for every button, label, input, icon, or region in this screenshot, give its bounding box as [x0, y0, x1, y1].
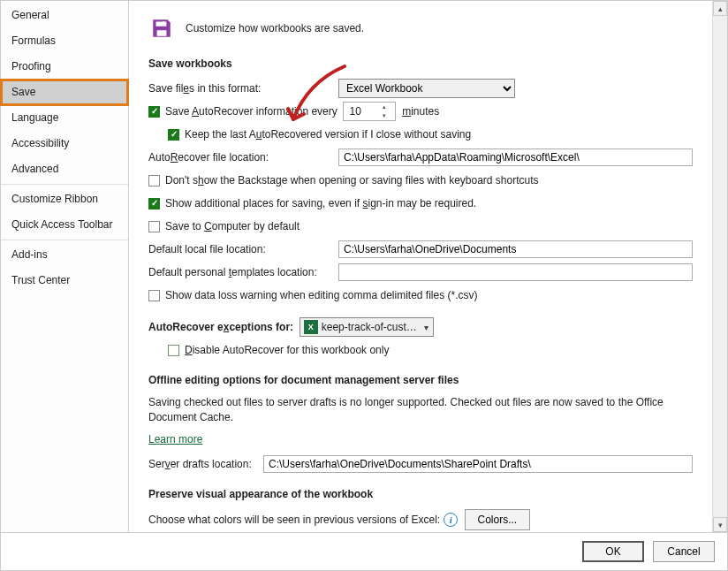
main-panel: Customize how workbooks are saved. Save … [129, 1, 727, 532]
autorecover-label: Save AutoRecover information every [165, 105, 337, 118]
sidebar-item-label: Trust Center [11, 274, 70, 286]
show-additional-label: Show additional places for saving, even … [165, 197, 476, 209]
sidebar-item-advanced[interactable]: Advanced [1, 156, 128, 182]
show-dataloss-checkbox[interactable] [148, 290, 160, 301]
learn-more-link[interactable]: Learn more [148, 433, 202, 445]
sidebar-item-save[interactable]: Save [1, 80, 128, 105]
sidebar-item-label: Language [11, 111, 58, 124]
server-drafts-label: Server drafts location: [148, 458, 263, 470]
ok-button[interactable]: OK [582, 541, 644, 562]
save-format-combo[interactable]: Excel Workbook [338, 79, 515, 98]
section-preserve: Preserve visual appearance of the workbo… [148, 488, 693, 500]
sidebar-item-label: Add-ins [11, 248, 48, 261]
settings-panel: Customize how workbooks are saved. Save … [129, 1, 712, 532]
show-additional-checkbox[interactable] [148, 198, 160, 209]
server-drafts-input[interactable] [263, 455, 693, 473]
disable-ar-label: Disable AutoRecover for this workbook on… [185, 344, 389, 356]
save-to-computer-label: Save to Computer by default [165, 220, 300, 232]
sidebar-item-trust-center[interactable]: Trust Center [1, 268, 128, 293]
dialog-footer: OK Cancel [1, 533, 727, 570]
sidebar-item-add-ins[interactable]: Add-ins [1, 240, 128, 268]
ar-exceptions-label: AutoRecover exceptions for: [148, 321, 293, 333]
panel-header: Customize how workbooks are saved. [148, 15, 693, 42]
sidebar-item-label: Customize Ribbon [11, 193, 98, 205]
sidebar-item-label: Proofing [11, 60, 51, 72]
vertical-scrollbar[interactable]: ▴ ▾ [712, 1, 727, 532]
save-format-label: Save files in this format: [148, 82, 338, 95]
keep-last-label: Keep the last AutoRecovered version if I… [185, 128, 471, 141]
default-personal-label: Default personal templates location: [148, 266, 338, 278]
sidebar: General Formulas Proofing Save Language … [1, 1, 129, 532]
sidebar-item-general[interactable]: General [1, 3, 128, 28]
default-local-input[interactable] [338, 240, 693, 258]
options-dialog: General Formulas Proofing Save Language … [0, 0, 728, 571]
sidebar-item-accessibility[interactable]: Accessibility [1, 131, 128, 156]
scroll-up-button[interactable]: ▴ [713, 1, 727, 16]
excel-file-icon: X [304, 320, 318, 334]
autorecover-checkbox[interactable] [148, 106, 160, 118]
svg-rect-0 [163, 21, 164, 25]
default-local-label: Default local file location: [148, 243, 338, 255]
section-save-workbooks: Save workbooks [148, 57, 693, 70]
panel-subtitle: Customize how workbooks are saved. [186, 22, 364, 34]
ar-location-input[interactable] [338, 148, 693, 166]
sidebar-item-label: General [11, 9, 49, 21]
sidebar-item-proofing[interactable]: Proofing [1, 54, 128, 80]
ar-exceptions-combo[interactable]: X keep-track-of-cust… [300, 317, 434, 337]
save-disk-icon [148, 15, 175, 42]
scroll-down-button[interactable]: ▾ [713, 517, 727, 532]
colors-button[interactable]: Colors... [465, 509, 531, 530]
content-area: General Formulas Proofing Save Language … [1, 1, 727, 533]
keep-last-checkbox[interactable] [168, 129, 179, 141]
sidebar-item-label: Save [11, 86, 35, 98]
save-to-computer-checkbox[interactable] [148, 221, 160, 232]
minutes-label: minutes [402, 105, 439, 118]
default-personal-input[interactable] [338, 263, 693, 281]
sidebar-item-customize-ribbon[interactable]: Customize Ribbon [1, 184, 128, 212]
sidebar-item-label: Accessibility [11, 137, 69, 149]
sidebar-item-label: Quick Access Toolbar [11, 218, 113, 231]
section-offline: Offline editing options for document man… [148, 374, 693, 386]
cancel-button[interactable]: Cancel [653, 541, 715, 562]
sidebar-item-label: Formulas [11, 34, 56, 47]
sidebar-item-label: Advanced [11, 163, 58, 175]
sidebar-item-language[interactable]: Language [1, 105, 128, 131]
info-icon[interactable]: i [444, 513, 458, 527]
show-dataloss-label: Show data loss warning when editing comm… [165, 289, 478, 301]
sidebar-item-quick-access-toolbar[interactable]: Quick Access Toolbar [1, 212, 128, 238]
dont-show-backstage-label: Don't show the Backstage when opening or… [165, 174, 539, 187]
ar-location-label: AutoRecover file location: [148, 151, 338, 164]
autorecover-minutes-spinner[interactable]: 10 ▴▾ [343, 102, 396, 121]
disable-ar-checkbox[interactable] [168, 345, 179, 356]
preserve-paragraph: Choose what colors will be seen in previ… [148, 514, 440, 526]
dont-show-backstage-checkbox[interactable] [148, 175, 160, 187]
sidebar-item-formulas[interactable]: Formulas [1, 28, 128, 54]
offline-paragraph: Saving checked out files to server draft… [148, 395, 693, 426]
